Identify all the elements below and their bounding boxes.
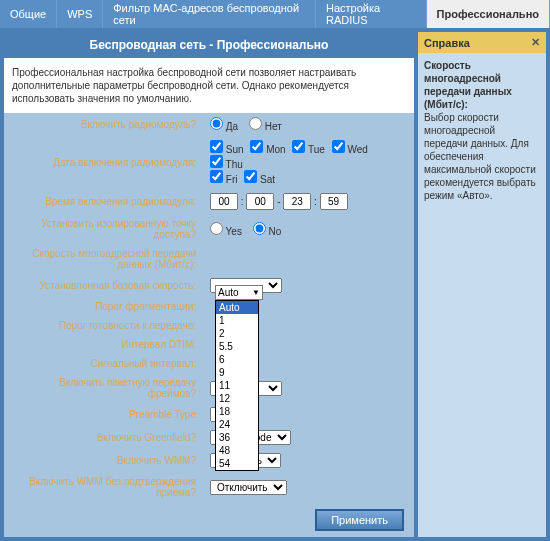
tab-mac-filter[interactable]: Фильтр MAC-адресов беспроводной сети — [103, 0, 316, 28]
radio-no[interactable]: Нет — [249, 121, 282, 132]
ap-yes[interactable]: Yes — [210, 226, 242, 237]
settings-form: Включить радиомодуль? Да Нет Дата включе… — [4, 113, 414, 503]
mrate-option[interactable]: 18 — [216, 405, 258, 418]
label-preamble: Preamble Type — [4, 403, 204, 426]
day-fri[interactable]: Fri — [210, 170, 237, 185]
day-wed[interactable]: Wed — [332, 140, 368, 155]
mrate-option[interactable]: 11 — [216, 379, 258, 392]
mrate-option[interactable]: 1 — [216, 314, 258, 327]
mrate-option[interactable]: 12 — [216, 392, 258, 405]
apply-row: Применить — [4, 503, 414, 537]
mrate-option[interactable]: 36 — [216, 431, 258, 444]
time-end-h[interactable] — [283, 193, 311, 210]
chevron-down-icon: ▼ — [252, 288, 260, 297]
day-tue[interactable]: Tue — [292, 140, 324, 155]
apply-button[interactable]: Применить — [315, 509, 404, 531]
tab-bar: Общие WPS Фильтр MAC-адресов беспроводно… — [0, 0, 550, 28]
panel-description: Профессиональная настройка беспроводной … — [4, 58, 414, 113]
close-icon[interactable]: ✕ — [531, 36, 540, 49]
label-frag: Порог фрагментации: — [4, 297, 204, 316]
label-date: Дата включения радиомодуля: — [4, 136, 204, 189]
day-mon[interactable]: Mon — [250, 140, 285, 155]
select-wmm-noack[interactable]: Отключить — [210, 480, 287, 495]
mrate-select[interactable]: Auto ▼ — [215, 285, 263, 300]
day-sat[interactable]: Sat — [244, 170, 275, 185]
label-time: Время включения радиомодуля: — [4, 189, 204, 214]
mrate-option[interactable]: 9 — [216, 366, 258, 379]
label-wmm-noack: Включить WMM без подтверждения приема? — [4, 472, 204, 502]
label-ap: Установить изолированную точку доступа? — [4, 214, 204, 244]
label-dtim: Интервал DTIM: — [4, 335, 204, 354]
time-start-m[interactable] — [246, 193, 274, 210]
help-body: Выбор скорости многоадресной передачи да… — [424, 112, 536, 201]
label-rts: Порог готовности к передаче: — [4, 316, 204, 335]
mrate-dropdown: Auto ▼ Auto 1 2 5.5 6 9 11 12 18 24 — [215, 285, 263, 471]
mrate-option[interactable]: 2 — [216, 327, 258, 340]
tab-wps[interactable]: WPS — [57, 0, 103, 28]
label-radio: Включить радиомодуль? — [4, 113, 204, 136]
ap-no[interactable]: No — [253, 226, 282, 237]
label-wmm: Включить WMM? — [4, 449, 204, 472]
mrate-option[interactable]: 6 — [216, 353, 258, 366]
main-panel: Беспроводная сеть - Профессионально Проф… — [4, 32, 414, 537]
label-green: Включить Greenfield? — [4, 426, 204, 449]
mrate-option[interactable]: 5.5 — [216, 340, 258, 353]
time-end-m[interactable] — [320, 193, 348, 210]
mrate-option[interactable]: 54 — [216, 457, 258, 470]
day-thu[interactable]: Thu — [210, 155, 243, 170]
tab-radius[interactable]: Настройка RADIUS — [316, 0, 427, 28]
panel-title: Беспроводная сеть - Профессионально — [4, 32, 414, 58]
label-burst: Включить пакетную передачу фреймов? — [4, 373, 204, 403]
day-sun[interactable]: Sun — [210, 140, 244, 155]
help-sidebar: Справка ✕ Скорость многоадресной передач… — [418, 32, 546, 537]
help-title: Справка — [424, 37, 470, 49]
label-mrate: Скорость многоадресной передачи данных (… — [4, 244, 204, 274]
radio-yes[interactable]: Да — [210, 121, 238, 132]
time-start-h[interactable] — [210, 193, 238, 210]
mrate-option[interactable]: Auto — [216, 301, 258, 314]
help-heading: Скорость многоадресной передачи данных (… — [424, 60, 512, 110]
mrate-option[interactable]: 24 — [216, 418, 258, 431]
label-brate: Установленная базовая скорость: — [4, 274, 204, 297]
mrate-option[interactable]: 48 — [216, 444, 258, 457]
mrate-options: Auto 1 2 5.5 6 9 11 12 18 24 36 48 54 — [215, 300, 259, 471]
tab-general[interactable]: Общие — [0, 0, 57, 28]
tab-professional[interactable]: Профессионально — [427, 0, 550, 28]
label-beacon: Сигнальный интервал: — [4, 354, 204, 373]
